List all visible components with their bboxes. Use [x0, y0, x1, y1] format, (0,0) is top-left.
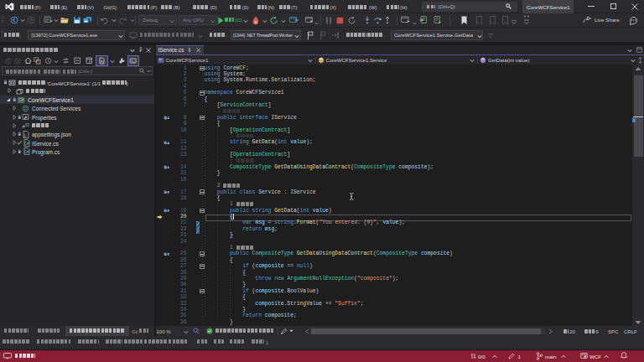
svg-text:C#: C#: [23, 150, 29, 154]
svg-text:C#: C#: [19, 98, 24, 102]
svg-text:C#: C#: [23, 142, 29, 146]
svg-text:{}: {}: [23, 132, 26, 137]
svg-text:#: #: [23, 123, 26, 128]
